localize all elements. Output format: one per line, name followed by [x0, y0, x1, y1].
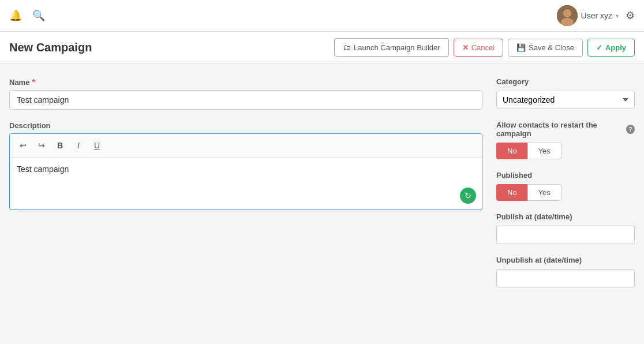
right-panel: Category Uncategorized Allow contacts to…	[496, 77, 635, 330]
chevron-down-icon: ▾	[616, 13, 619, 19]
allow-restart-yes-button[interactable]: Yes	[527, 143, 561, 159]
required-indicator: *	[32, 77, 35, 87]
left-panel: Name * Description ↩ ↪ B I U Test campai…	[9, 77, 482, 330]
bold-button[interactable]: B	[51, 137, 69, 154]
settings-icon[interactable]: ⚙	[626, 9, 635, 22]
page-header: New Campaign 🗂 Launch Campaign Builder ✕…	[0, 32, 644, 63]
cancel-button[interactable]: ✕ Cancel	[454, 39, 503, 57]
name-input[interactable]	[9, 90, 482, 110]
allow-restart-no-button[interactable]: No	[496, 143, 527, 159]
check-icon: ✓	[596, 43, 602, 52]
bell-icon[interactable]: 🔔	[9, 9, 22, 22]
save-close-button[interactable]: 💾 Save & Close	[508, 39, 583, 57]
published-yes-button[interactable]: Yes	[527, 184, 561, 201]
published-label: Published	[496, 171, 635, 180]
unpublish-at-section: Unpublish at (date/time)	[496, 256, 635, 287]
editor-toolbar: ↩ ↪ B I U	[10, 134, 482, 158]
save-icon: 💾	[516, 43, 526, 52]
unpublish-at-label: Unpublish at (date/time)	[496, 256, 635, 264]
allow-restart-toggle: No Yes	[496, 143, 635, 159]
category-section: Category Uncategorized	[496, 77, 635, 109]
unpublish-at-input[interactable]	[496, 269, 635, 287]
navbar-left: 🔔 🔍	[9, 9, 45, 22]
svg-point-1	[563, 9, 571, 17]
category-label: Category	[496, 77, 635, 86]
italic-button[interactable]: I	[70, 137, 87, 154]
publish-at-input[interactable]	[496, 226, 635, 244]
allow-restart-section: Allow contacts to restart the campaign ?…	[496, 121, 635, 159]
description-field-group: Description ↩ ↪ B I U Test campaign ↻	[9, 121, 482, 210]
page-title: New Campaign	[9, 41, 92, 54]
search-icon[interactable]: 🔍	[32, 9, 45, 22]
editor-body[interactable]: Test campaign ↻	[10, 158, 482, 210]
name-field-group: Name *	[9, 77, 482, 110]
publish-at-label: Publish at (date/time)	[496, 212, 635, 221]
avatar	[557, 5, 578, 26]
navbar-right: User xyz ▾ ⚙	[557, 5, 635, 26]
user-info[interactable]: User xyz ▾	[557, 5, 619, 26]
published-toggle: No Yes	[496, 184, 635, 201]
description-editor: ↩ ↪ B I U Test campaign ↻	[9, 133, 482, 210]
name-label: Name *	[9, 77, 482, 87]
user-name-label: User xyz	[581, 11, 612, 20]
publish-at-section: Publish at (date/time)	[496, 212, 635, 244]
underline-button[interactable]: U	[88, 137, 106, 154]
redo-button[interactable]: ↪	[33, 137, 50, 154]
published-no-button[interactable]: No	[496, 184, 527, 201]
cancel-icon: ✕	[462, 43, 469, 52]
category-select[interactable]: Uncategorized	[496, 91, 635, 109]
navbar: 🔔 🔍 User xyz ▾ ⚙	[0, 0, 644, 32]
apply-button[interactable]: ✓ Apply	[587, 39, 635, 57]
help-icon[interactable]: ?	[626, 125, 635, 134]
launch-icon: 🗂	[343, 43, 351, 52]
header-actions: 🗂 Launch Campaign Builder ✕ Cancel 💾 Sav…	[334, 38, 635, 57]
main-content: Name * Description ↩ ↪ B I U Test campai…	[0, 63, 644, 344]
description-label: Description	[9, 121, 482, 130]
allow-restart-label: Allow contacts to restart the campaign ?	[496, 121, 635, 138]
launch-campaign-builder-button[interactable]: 🗂 Launch Campaign Builder	[334, 38, 449, 57]
published-section: Published No Yes	[496, 171, 635, 201]
editor-refresh-icon[interactable]: ↻	[460, 188, 476, 204]
undo-button[interactable]: ↩	[14, 137, 32, 154]
